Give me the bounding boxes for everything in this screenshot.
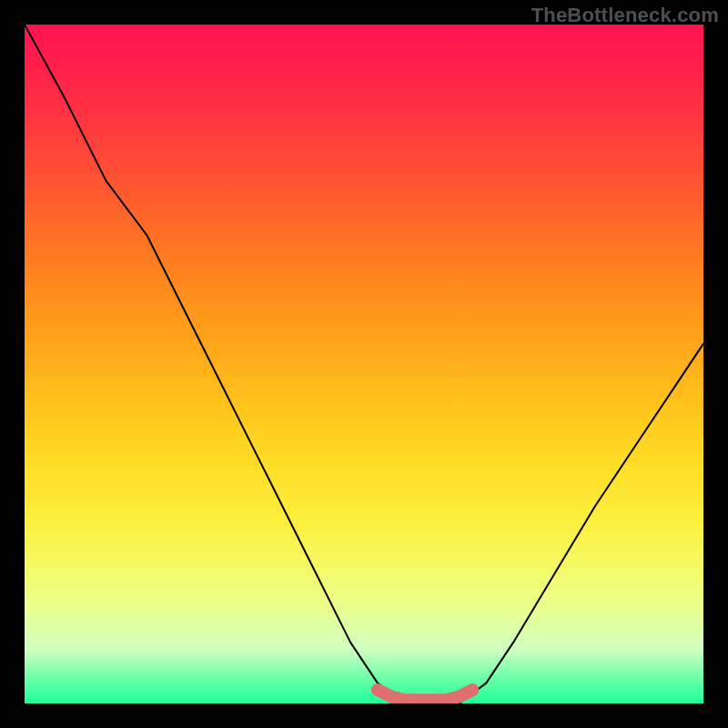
curve-layer [25,25,703,703]
bottleneck-curve [25,25,703,703]
plot-area [25,25,703,703]
flat-segment-highlight [378,690,473,700]
chart-frame: TheBottleneck.com [0,0,728,728]
